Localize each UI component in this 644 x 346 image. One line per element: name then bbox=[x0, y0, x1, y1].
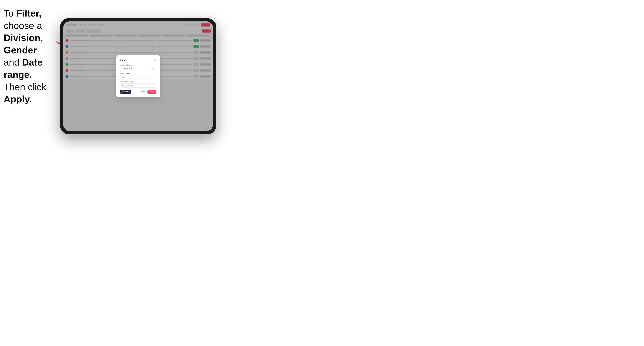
date-range-label: Select Date range bbox=[120, 81, 156, 83]
instruction-bold-date: Date range. bbox=[4, 57, 42, 80]
division-arrow-icon: ⌄ bbox=[154, 68, 155, 70]
instruction-bold-filter: Filter, bbox=[16, 8, 42, 18]
date-range-form-group: Select Date range 📅 Pick a date bbox=[120, 81, 156, 87]
gender-form-group: Select gender Men × ⌄ bbox=[120, 73, 156, 79]
gender-clear-icon[interactable]: × bbox=[152, 76, 153, 78]
tablet-device: Filter × Select a division NCAA Division… bbox=[60, 18, 216, 134]
instruction-bold-apply: Apply. bbox=[4, 94, 32, 104]
tablet-screen: Filter × Select a division NCAA Division… bbox=[63, 21, 213, 131]
modal-header: Filter × bbox=[120, 59, 156, 62]
gender-label: Select gender bbox=[120, 73, 156, 74]
instruction-text: To Filter, choose a Division, Gender and… bbox=[4, 7, 58, 105]
modal-title: Filter bbox=[120, 59, 126, 62]
division-label: Select a division bbox=[120, 64, 156, 66]
division-form-group: Select a division NCAA Division I × ⌄ bbox=[120, 64, 156, 71]
gender-arrow-icon: ⌄ bbox=[154, 76, 155, 78]
gender-select[interactable]: Men × ⌄ bbox=[120, 75, 156, 79]
date-placeholder: Pick a date bbox=[124, 85, 133, 86]
division-value: NCAA Division I bbox=[122, 68, 133, 70]
division-clear-icon[interactable]: × bbox=[152, 68, 153, 70]
modal-footer: Clear filter Cancel Apply bbox=[120, 90, 156, 94]
apply-button[interactable]: Apply bbox=[148, 90, 156, 94]
modal-overlay: Filter × Select a division NCAA Division… bbox=[63, 21, 213, 131]
clear-filter-button[interactable]: Clear filter bbox=[120, 90, 131, 94]
footer-right-buttons: Cancel Apply bbox=[141, 90, 156, 94]
filter-modal: Filter × Select a division NCAA Division… bbox=[116, 55, 160, 97]
instruction-line4: Then click Apply. bbox=[4, 82, 46, 105]
instruction-line1: To Filter, choose a bbox=[4, 8, 42, 31]
modal-close-button[interactable]: × bbox=[155, 59, 156, 62]
gender-select-controls: × ⌄ bbox=[152, 76, 155, 78]
gender-value: Men bbox=[122, 76, 125, 78]
date-range-input[interactable]: 📅 Pick a date bbox=[120, 84, 156, 87]
instruction-line3: and Date range. bbox=[4, 57, 42, 80]
division-select-controls: × ⌄ bbox=[152, 68, 155, 70]
instruction-bold-division-gender: Division, Gender bbox=[4, 32, 43, 55]
division-select[interactable]: NCAA Division I × ⌄ bbox=[120, 67, 156, 71]
calendar-icon: 📅 bbox=[122, 85, 124, 86]
cancel-button[interactable]: Cancel bbox=[141, 91, 146, 93]
